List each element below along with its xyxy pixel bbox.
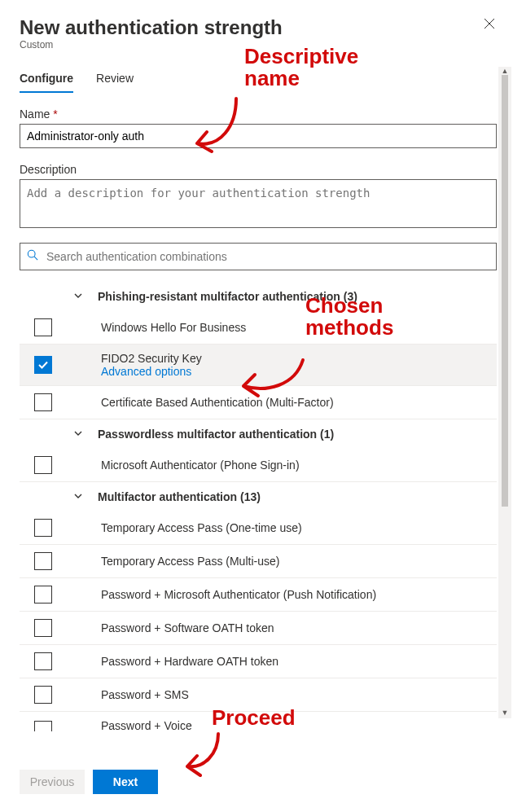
previous-button[interactable]: Previous xyxy=(20,770,85,794)
method-label: Certificate Based Authentication (Multi-… xyxy=(101,396,497,409)
header: New authentication strength Custom xyxy=(0,0,513,50)
scrollbar[interactable]: ▲ ▼ xyxy=(498,67,511,718)
checkbox[interactable] xyxy=(34,318,52,336)
checkbox[interactable] xyxy=(34,456,52,474)
method-label: Windows Hello For Business xyxy=(101,321,497,334)
svg-point-0 xyxy=(28,250,35,257)
method-label: Password + Voice xyxy=(101,719,497,732)
checkbox-checked[interactable] xyxy=(34,356,52,374)
panel-title: New authentication strength xyxy=(20,16,493,39)
method-pwd-sms[interactable]: Password + SMS xyxy=(20,678,497,712)
chevron-down-icon xyxy=(73,491,83,503)
checkbox[interactable] xyxy=(34,393,52,411)
description-label: Description xyxy=(20,163,497,176)
name-label: Name * xyxy=(20,108,497,121)
method-fido2[interactable]: FIDO2 Security Key Advanced options xyxy=(20,345,497,386)
name-input[interactable] xyxy=(20,124,497,148)
method-label: Temporary Access Pass (One-time use) xyxy=(101,521,497,534)
method-label: FIDO2 Security Key xyxy=(101,352,202,365)
panel: New authentication strength Custom Confi… xyxy=(0,0,513,812)
next-button[interactable]: Next xyxy=(93,770,158,794)
method-ms-auth-phone[interactable]: Microsoft Authenticator (Phone Sign-in) xyxy=(20,449,497,482)
scroll-down-icon[interactable]: ▼ xyxy=(500,709,510,718)
tab-review[interactable]: Review xyxy=(96,67,134,93)
method-label: Temporary Access Pass (Multi-use) xyxy=(101,555,497,568)
search-box[interactable] xyxy=(20,243,497,270)
group-title: Phishing-resistant multifactor authentic… xyxy=(98,290,357,303)
checkbox[interactable] xyxy=(34,652,52,670)
method-cba[interactable]: Certificate Based Authentication (Multi-… xyxy=(20,386,497,419)
group-title: Multifactor authentication (13) xyxy=(98,490,261,503)
group-header-passwordless[interactable]: Passwordless multifactor authentication … xyxy=(20,419,497,449)
group-header-mfa[interactable]: Multifactor authentication (13) xyxy=(20,482,497,511)
chevron-down-icon xyxy=(73,291,83,302)
method-tap-multi[interactable]: Temporary Access Pass (Multi-use) xyxy=(20,545,497,578)
tabs: Configure Review xyxy=(20,67,497,93)
method-label: Password + Microsoft Authenticator (Push… xyxy=(101,588,497,601)
content-scroll: Configure Review Name * Description Phis… xyxy=(20,67,497,739)
advanced-options-link[interactable]: Advanced options xyxy=(101,365,497,378)
method-windows-hello[interactable]: Windows Hello For Business xyxy=(20,311,497,345)
chevron-down-icon xyxy=(73,428,83,440)
checkbox[interactable] xyxy=(34,519,52,537)
checkbox[interactable] xyxy=(34,619,52,637)
checkbox[interactable] xyxy=(34,686,52,704)
method-label: Password + SMS xyxy=(101,688,497,701)
search-icon xyxy=(27,249,38,264)
close-icon[interactable] xyxy=(484,18,495,33)
method-pwd-voice[interactable]: Password + Voice xyxy=(20,712,497,739)
checkbox[interactable] xyxy=(34,586,52,604)
method-label: Password + Hardware OATH token xyxy=(101,655,497,668)
checkbox[interactable] xyxy=(34,721,52,731)
group-header-phishing[interactable]: Phishing-resistant multifactor authentic… xyxy=(20,282,497,311)
method-pwd-soft-oath[interactable]: Password + Software OATH token xyxy=(20,612,497,645)
footer: Previous Next xyxy=(20,770,158,794)
tab-configure[interactable]: Configure xyxy=(20,67,73,93)
checkbox[interactable] xyxy=(34,552,52,570)
method-label: Password + Software OATH token xyxy=(101,621,497,634)
scroll-thumb[interactable] xyxy=(502,75,508,507)
method-tap-onetime[interactable]: Temporary Access Pass (One-time use) xyxy=(20,511,497,545)
method-pwd-push[interactable]: Password + Microsoft Authenticator (Push… xyxy=(20,578,497,612)
svg-line-1 xyxy=(34,257,37,260)
search-input[interactable] xyxy=(45,249,489,264)
method-label: Microsoft Authenticator (Phone Sign-in) xyxy=(101,459,497,472)
required-star-icon: * xyxy=(53,108,57,121)
panel-subtitle: Custom xyxy=(20,39,493,50)
method-pwd-hard-oath[interactable]: Password + Hardware OATH token xyxy=(20,645,497,678)
group-title: Passwordless multifactor authentication … xyxy=(98,428,334,441)
description-input[interactable] xyxy=(20,179,497,228)
